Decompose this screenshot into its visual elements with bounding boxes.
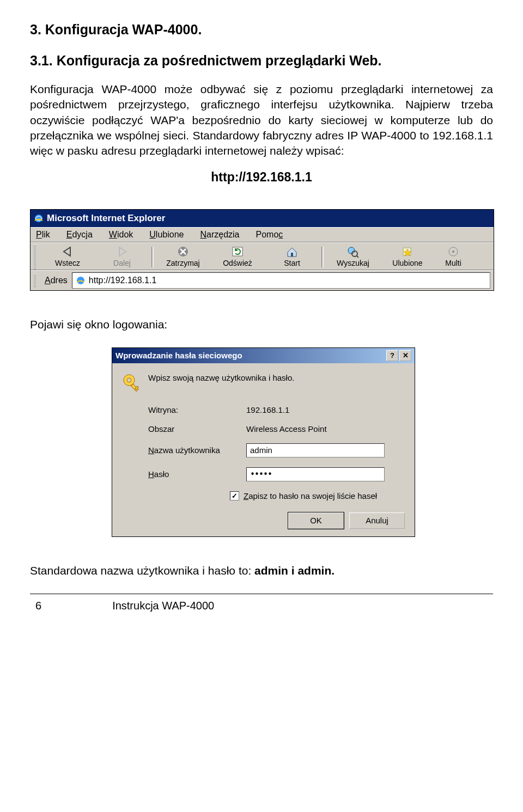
password-label: Hasło xyxy=(148,469,246,479)
toolbar-grip[interactable] xyxy=(34,245,36,270)
svg-rect-3 xyxy=(291,253,293,257)
close-button[interactable]: ✕ xyxy=(399,350,411,361)
heading-section: 3.1. Konfiguracja za pośrednictwem przeg… xyxy=(30,53,493,69)
username-input[interactable]: admin xyxy=(246,443,385,457)
heading-chapter: 3. Konfiguracja WAP-4000. xyxy=(30,22,493,38)
menu-widok[interactable]: Widok xyxy=(109,230,133,240)
paragraph-intro: Konfiguracja WAP-4000 może odbywać się z… xyxy=(30,82,493,159)
stop-icon xyxy=(177,246,190,258)
toolbar-sep xyxy=(151,247,154,267)
save-password-checkbox[interactable]: ✓ xyxy=(230,491,239,500)
ie-address-bar: Adres http://192.168.1.1 xyxy=(31,270,494,290)
menu-ulubione[interactable]: Ulubione xyxy=(149,230,184,240)
svg-line-6 xyxy=(356,255,358,258)
page-number: 6 xyxy=(30,600,41,612)
page-footer: 6 Instrukcja WAP-4000 xyxy=(30,594,493,612)
cancel-button[interactable]: Anuluj xyxy=(349,512,405,529)
favorites-button[interactable]: Ulubione xyxy=(380,245,435,270)
ie-toolbar: Wstecz Dalej Zatrzymaj Odśwież Start xyxy=(31,242,494,270)
key-icon xyxy=(122,373,148,395)
search-button[interactable]: Wyszukaj xyxy=(326,245,380,270)
realm-label: Obszar xyxy=(148,424,246,434)
dialog-titlebar: Wprowadzanie hasła sieciowego ? ✕ xyxy=(112,348,415,363)
address-grip[interactable] xyxy=(34,274,36,287)
paragraph-credentials: Standardowa nazwa użytkownika i hasło to… xyxy=(30,564,493,577)
ie-title-text: Microsoft Internet Explorer xyxy=(47,213,165,224)
ok-button[interactable]: OK xyxy=(288,512,344,529)
search-icon xyxy=(346,246,360,258)
menu-edycja[interactable]: Edycja xyxy=(66,230,93,240)
site-value: 192.168.1.1 xyxy=(246,405,405,414)
toolbar-sep2 xyxy=(321,247,324,267)
menu-plik[interactable]: Plik xyxy=(36,230,50,240)
ie-window: Microsoft Internet Explorer Plik Edycja … xyxy=(30,209,494,291)
svg-point-12 xyxy=(127,378,131,382)
site-label: Witryna: xyxy=(148,405,246,414)
forward-icon xyxy=(115,246,129,258)
username-label: Nazwa użytkownika xyxy=(148,445,246,455)
address-label: Adres xyxy=(45,276,68,285)
password-input[interactable]: ••••• xyxy=(246,467,385,481)
menu-pomoc[interactable]: Pomoc xyxy=(256,230,283,240)
auth-dialog: Wprowadzanie hasła sieciowego ? ✕ Wpisz … xyxy=(112,347,415,537)
home-icon xyxy=(285,246,299,258)
ie-icon xyxy=(34,213,44,223)
page-icon xyxy=(76,276,86,285)
back-icon xyxy=(60,246,75,258)
refresh-icon xyxy=(231,246,244,258)
config-url: http://192.168.1.1 xyxy=(30,170,493,185)
stop-button[interactable]: Zatrzymaj xyxy=(156,245,210,270)
forward-button[interactable]: Dalej xyxy=(95,245,149,270)
help-button[interactable]: ? xyxy=(386,350,398,361)
save-password-label: Zapisz to hasło na swojej liście haseł xyxy=(244,491,377,500)
media-icon xyxy=(447,246,460,258)
home-button[interactable]: Start xyxy=(265,245,319,270)
svg-point-0 xyxy=(35,215,42,222)
dialog-title-text: Wprowadzanie hasła sieciowego xyxy=(115,351,242,360)
svg-point-4 xyxy=(348,247,355,254)
menu-narzedzia[interactable]: Narzędzia xyxy=(200,230,239,240)
address-value: http://192.168.1.1 xyxy=(89,276,157,285)
refresh-button[interactable]: Odśwież xyxy=(210,245,265,270)
realm-value: Wireless Access Point xyxy=(246,424,405,434)
footer-title: Instrukcja WAP-4000 xyxy=(112,600,214,612)
ie-menubar: Plik Edycja Widok Ulubione Narzędzia Pom… xyxy=(31,227,494,242)
paragraph-login: Pojawi się okno logowania: xyxy=(30,318,493,331)
media-button[interactable]: Multi xyxy=(435,245,472,270)
back-button[interactable]: Wstecz xyxy=(40,245,95,270)
address-input[interactable]: http://192.168.1.1 xyxy=(72,272,490,289)
ie-titlebar: Microsoft Internet Explorer xyxy=(31,210,494,227)
favorites-icon xyxy=(401,246,414,258)
dialog-prompt: Wpisz swoją nazwę użytkownika i hasło. xyxy=(148,373,294,382)
svg-point-9 xyxy=(452,251,454,253)
